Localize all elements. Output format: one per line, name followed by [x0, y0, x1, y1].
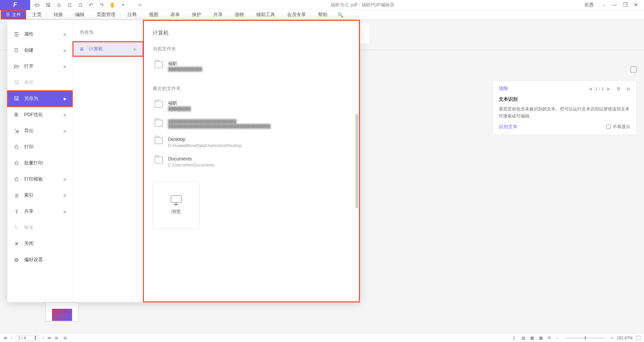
folder-row-current[interactable]: 福昕 ████████████ [153, 57, 350, 75]
detail-title: 计算机 [153, 30, 350, 37]
file-menu-item-6[interactable]: ⇲导出▶ [7, 123, 72, 139]
file-menu-item-9[interactable]: ⎙打印模板▶ [7, 171, 72, 187]
tab-convert[interactable]: 转换 [48, 10, 69, 19]
user-chevron-icon[interactable]: ⌄ [602, 3, 605, 7]
first-page-icon[interactable]: ≪ [3, 336, 8, 340]
save-icon[interactable]: 🖫 [45, 2, 51, 8]
next-page-icon[interactable]: › [43, 336, 44, 340]
file-menu-item-8[interactable]: ⎙批量打印 [7, 155, 72, 171]
zoom-slider[interactable] [565, 338, 605, 338]
panel-toggle-icon[interactable] [631, 66, 637, 72]
tab-share[interactable]: 共享 [207, 10, 229, 19]
ocr-next-icon[interactable]: ▶ [607, 86, 610, 91]
open-icon[interactable]: 🗁 [34, 2, 40, 8]
folder-row[interactable]: 福昕 ████████ [153, 97, 350, 114]
prev-page-icon[interactable]: ‹ [11, 336, 12, 340]
status-bar: ≪ ‹ 1 / 4 ▲▼ › ≫ ⧉ ⧉ ▯ ▥ ▦ ▦ ⟳ − + 152.6… [0, 333, 644, 342]
copy2-icon[interactable]: ⧉ [64, 336, 69, 340]
chevron-down-icon[interactable]: ▾ [120, 2, 126, 8]
chevron-right-icon: ▶ [64, 97, 66, 101]
ocr-noshow-input[interactable] [606, 125, 611, 129]
file-menu-item-10[interactable]: ≣索引▶ [7, 187, 72, 203]
file-menu-item-5[interactable]: 🗎PDF优化▶ [7, 107, 72, 123]
file-menu-item-13[interactable]: ✕关闭 [7, 236, 72, 252]
menu-icon: ☰ [6, 12, 10, 17]
saveas-computer-item[interactable]: 🖥 计算机 ▶ [73, 42, 143, 56]
file-menu-item-2[interactable]: 🗁打开▶ [7, 58, 72, 75]
file-menu-item-11[interactable]: ⇪共享▶ [7, 203, 72, 219]
redo-icon[interactable]: ↷ [99, 2, 105, 8]
ocr-close-icon[interactable]: ⊖ [627, 86, 630, 91]
page-input[interactable]: 1 / 4 ▲▼ [16, 335, 39, 341]
tab-present[interactable]: 放映 [229, 10, 250, 19]
tab-view[interactable]: 视图 [143, 10, 164, 19]
print-icon[interactable]: ⎙ [56, 2, 62, 8]
file-menu-item-3: 🖫保存 [7, 75, 72, 91]
menu-item-icon: ☰ [13, 31, 19, 38]
menu-item-icon: 🖫 [13, 96, 19, 102]
more-icon[interactable]: ▿ [137, 2, 143, 8]
hand-icon[interactable]: ✋ [109, 2, 115, 8]
file-menu-item-0[interactable]: ☰属性▶ [7, 26, 72, 42]
folder-icon [155, 137, 163, 144]
tab-pages[interactable]: 页面管理 [91, 10, 121, 19]
saveas-computer-label: 计算机 [89, 46, 103, 52]
menu-item-icon: ⇲ [13, 128, 19, 134]
zoom-in-icon[interactable]: + [611, 336, 613, 340]
copy1-icon[interactable]: ⧉ [55, 336, 60, 340]
folder-path: C:\Users\rinro\Documents [168, 163, 214, 167]
tab-accessibility[interactable]: 辅助工具 [250, 10, 281, 19]
ocr-noshow-checkbox[interactable]: 不再显示 [606, 124, 630, 130]
chevron-right-icon: ▶ [64, 129, 66, 133]
page2-icon[interactable]: 🗋 [77, 2, 83, 8]
browse-button[interactable]: 浏览 [153, 182, 200, 229]
search-icon[interactable]: 🔍 [333, 12, 347, 17]
minimize-button[interactable]: — [611, 2, 617, 8]
fullscreen-icon[interactable]: ⛶ [636, 335, 641, 341]
folder-path-blur: ████████████████████████████████████ [168, 124, 271, 129]
folder-path: D:\HuaweiMoveData\Users\rinro\Desktop [168, 143, 241, 148]
menu-item-icon: 🗋 [13, 47, 19, 53]
detail-scrollbar[interactable] [356, 114, 358, 208]
tab-annotate[interactable]: 注释 [121, 10, 143, 19]
user-name[interactable]: 若愚 [584, 2, 594, 8]
file-menu-item-14[interactable]: ⚙偏好设置 [7, 252, 72, 268]
file-tab[interactable]: ☰ 文件 [1, 11, 25, 19]
reflow-icon[interactable]: ⟳ [548, 336, 553, 340]
ocr-recognize-link[interactable]: 识别文本 [499, 124, 518, 130]
tab-home[interactable]: 主页 [26, 10, 48, 19]
continuous-icon[interactable]: ▥ [522, 336, 527, 340]
tab-vip[interactable]: 会员专享 [281, 10, 312, 19]
folder-row-desktop[interactable]: Desktop D:\HuaweiMoveData\Users\rinro\De… [153, 133, 350, 151]
zoom-out-icon[interactable]: − [556, 336, 559, 340]
folder-row-documents[interactable]: Documents C:\Users\rinro\Documents [153, 153, 350, 171]
facing-icon[interactable]: ▦ [530, 336, 536, 340]
page-icon[interactable]: 🗋 [66, 2, 72, 8]
file-menu-item-4[interactable]: 🖫另存为▶ [7, 91, 72, 107]
undo-icon[interactable]: ↶ [88, 2, 94, 8]
tab-help[interactable]: 帮助 [312, 10, 333, 19]
singlepage-icon[interactable]: ▯ [513, 336, 518, 340]
folder-icon [155, 120, 163, 127]
chevron-right-icon: ▶ [64, 113, 66, 117]
last-page-icon[interactable]: ≫ [47, 336, 52, 340]
folder-row[interactable]: ████████████████████████ ███████████████… [153, 116, 350, 132]
gear-icon[interactable]: ⚙ [616, 86, 621, 91]
facing2-icon[interactable]: ▦ [539, 336, 544, 340]
file-menu-item-1[interactable]: 🗋创建▶ [7, 42, 72, 58]
menu-item-label: 索引 [24, 192, 34, 198]
quick-access-toolbar: 🗁 🖫 ⎙ 🗋 🗋 ↶ ↷ ✋ ▾ ▿ [30, 2, 147, 8]
monitor-icon [171, 195, 181, 203]
file-menu-item-7[interactable]: ⎙打印 [7, 139, 72, 155]
menu-item-label: 导出 [24, 128, 34, 134]
folder-name-blur: ████████████████████████ [168, 119, 271, 124]
menu-item-icon: ⎙ [13, 144, 19, 150]
page-input-stepper[interactable]: ▲▼ [34, 335, 37, 340]
close-button[interactable]: ✕ [634, 2, 638, 8]
ocr-clear-link[interactable]: 清除 [499, 86, 508, 92]
tab-forms[interactable]: 表单 [164, 10, 186, 19]
ocr-prev-icon[interactable]: ◀ [589, 86, 592, 91]
tab-edit[interactable]: 编辑 [69, 10, 91, 19]
maximize-button[interactable]: ❐ [623, 2, 628, 8]
tab-protect[interactable]: 保护 [186, 10, 207, 19]
